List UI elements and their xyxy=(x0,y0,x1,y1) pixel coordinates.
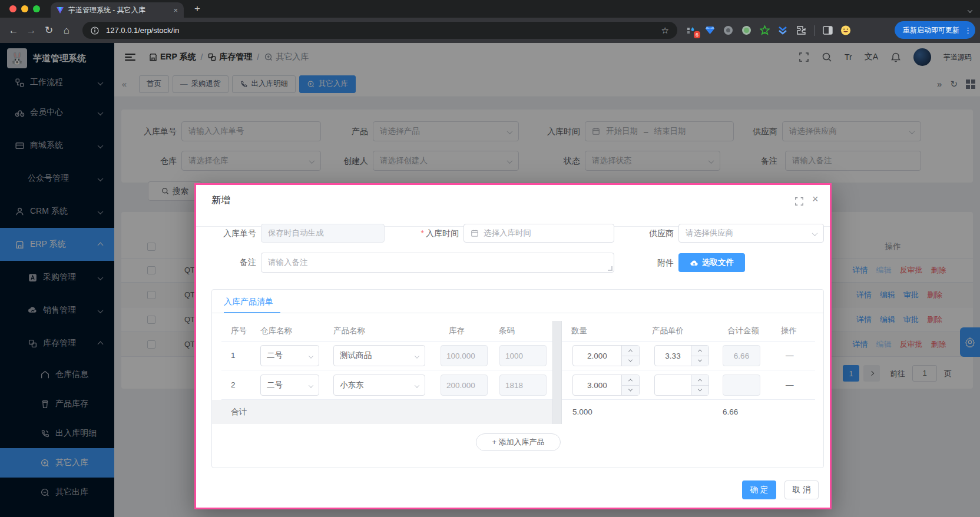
summary-row: 合计 5.000 6.66 xyxy=(212,400,825,424)
extension-icon[interactable] xyxy=(741,25,751,36)
extension-icon[interactable] xyxy=(723,25,733,36)
decrease-icon[interactable] xyxy=(622,386,639,396)
increase-icon[interactable] xyxy=(622,375,639,386)
address-bar[interactable]: 127.0.0.1/erp/stock/in ☆ xyxy=(82,22,677,39)
form-label: 入库单号 xyxy=(214,224,256,243)
summary-total: 6.66 xyxy=(723,400,738,424)
decrease-icon[interactable] xyxy=(622,356,639,366)
summary-label: 合计 xyxy=(231,400,247,424)
update-label: 重新启动即可更新 xyxy=(903,25,959,35)
col-header: 条码 xyxy=(499,321,515,341)
stock-field: 100.000 xyxy=(441,345,488,366)
chrome-menu-icon[interactable]: ⋮ xyxy=(964,26,972,35)
total-field xyxy=(723,375,760,396)
bookmark-star-icon[interactable]: ☆ xyxy=(661,25,669,36)
window-minimize-button[interactable] xyxy=(21,5,28,12)
toolbar-divider xyxy=(814,25,815,36)
side-panel-icon[interactable] xyxy=(822,25,833,36)
row-op: — xyxy=(786,370,794,400)
product-list-card: 入库产品清单 序号 仓库名称 产品名称 库存 条码 数量 产品单价 合计金额 操… xyxy=(211,289,824,468)
form-label: 备注 xyxy=(214,253,256,271)
extension-icon[interactable]: 6 xyxy=(686,25,697,36)
tab-close-icon[interactable]: × xyxy=(173,6,178,15)
fixed-column-divider xyxy=(552,321,562,424)
required-mark: * xyxy=(421,228,424,238)
extension-icon[interactable] xyxy=(759,25,770,36)
profile-emoji-icon[interactable] xyxy=(840,25,851,36)
row-index: 1 xyxy=(231,341,236,370)
total-field: 6.66 xyxy=(723,345,760,366)
warehouse-select[interactable]: 二号 xyxy=(260,345,319,366)
browser-toolbar: ← → ↻ ⌂ 127.0.0.1/erp/stock/in ☆ 6 重新启动即… xyxy=(0,18,980,43)
home-icon[interactable]: ⌂ xyxy=(58,25,75,37)
resize-handle[interactable] xyxy=(608,266,612,271)
quantity-stepper[interactable]: 2.000 xyxy=(572,345,640,366)
extension-icon[interactable] xyxy=(704,25,715,36)
form-label-required: *入库时间 xyxy=(394,224,459,243)
remark-textarea[interactable]: 请输入备注 xyxy=(261,253,614,273)
site-favicon-icon xyxy=(57,7,64,14)
screen: 芋道管理系统 - 其它入库 × + ← → ↻ ⌂ 127.0.0.1/erp/… xyxy=(0,0,980,517)
tab-product-list[interactable]: 入库产品清单 xyxy=(224,297,273,307)
add-product-button[interactable]: + 添加入库产品 xyxy=(476,433,561,451)
supplier-select[interactable]: 请选择供应商 xyxy=(678,224,824,243)
reload-icon[interactable]: ↻ xyxy=(40,24,58,37)
form-label: 附件 xyxy=(633,253,674,272)
product-row: 1 二号 测试商品 100.000 1000 2.000 3.33 6.66 — xyxy=(212,341,825,370)
col-header: 仓库名称 xyxy=(260,321,292,341)
price-stepper[interactable]: 3.33 xyxy=(654,345,709,366)
site-info-icon[interactable] xyxy=(91,26,99,35)
warehouse-select[interactable]: 二号 xyxy=(260,375,319,396)
dialog-fullscreen-icon[interactable] xyxy=(794,197,804,206)
decrease-icon[interactable] xyxy=(691,356,708,366)
select-file-button[interactable]: 选取文件 xyxy=(678,253,745,272)
form-label: 供应商 xyxy=(633,224,674,243)
chrome-update-button[interactable]: 重新启动即可更新 ⋮ xyxy=(895,21,975,39)
dialog-title: 新增 xyxy=(211,194,230,207)
window-close-button[interactable] xyxy=(9,5,16,12)
cancel-button[interactable]: 取 消 xyxy=(784,480,819,499)
product-select[interactable]: 小东东 xyxy=(333,375,425,396)
tab-title: 芋道管理系统 - 其它入库 xyxy=(68,5,145,15)
quantity-stepper[interactable]: 3.000 xyxy=(572,375,640,396)
in-time-picker[interactable]: 选择入库时间 xyxy=(463,224,614,243)
extension-badge: 6 xyxy=(694,31,700,38)
order-no-field: 保存时自动生成 xyxy=(261,224,385,243)
product-row: 2 二号 小东东 200.000 1818 3.000 — xyxy=(212,370,825,400)
summary-quantity: 5.000 xyxy=(572,400,592,424)
barcode-field: 1818 xyxy=(499,375,547,396)
col-header: 数量 xyxy=(571,321,587,341)
decrease-icon[interactable] xyxy=(691,386,708,396)
col-header: 产品单价 xyxy=(652,321,684,341)
col-header: 库存 xyxy=(449,321,465,341)
browser-tabbar: 芋道管理系统 - 其它入库 × + xyxy=(0,0,980,18)
browser-tab[interactable]: 芋道管理系统 - 其它入库 × xyxy=(51,2,184,18)
calendar-icon xyxy=(471,229,479,237)
increase-icon[interactable] xyxy=(691,346,708,356)
col-header: 合计金额 xyxy=(727,321,759,341)
product-select[interactable]: 测试商品 xyxy=(333,345,425,366)
increase-icon[interactable] xyxy=(691,375,708,386)
col-header: 操作 xyxy=(781,321,797,341)
extensions-cluster: 6 xyxy=(686,22,851,39)
upload-cloud-icon xyxy=(690,259,698,267)
extension-icon[interactable] xyxy=(777,25,788,36)
price-stepper[interactable] xyxy=(654,375,709,396)
col-header: 序号 xyxy=(231,321,247,341)
row-index: 2 xyxy=(231,370,236,400)
col-header: 产品名称 xyxy=(333,321,365,341)
confirm-button[interactable]: 确 定 xyxy=(742,480,776,499)
new-tab-button[interactable]: + xyxy=(194,3,200,15)
forward-icon[interactable]: → xyxy=(22,25,40,37)
dialog-close-icon[interactable]: × xyxy=(812,193,819,206)
back-icon[interactable]: ← xyxy=(5,25,22,37)
extensions-puzzle-icon[interactable] xyxy=(796,25,806,36)
increase-icon[interactable] xyxy=(622,346,639,356)
barcode-field: 1000 xyxy=(499,345,547,366)
tab-divider xyxy=(212,313,823,313)
tab-list-chevron-icon[interactable] xyxy=(968,5,972,15)
window-zoom-button[interactable] xyxy=(33,5,40,12)
row-op: — xyxy=(786,341,794,370)
url-text: 127.0.0.1/erp/stock/in xyxy=(106,26,179,35)
add-stock-in-dialog: 新增 × 入库单号 保存时自动生成 *入库时间 选择入库时间 供应商 请选择供应… xyxy=(194,183,832,509)
